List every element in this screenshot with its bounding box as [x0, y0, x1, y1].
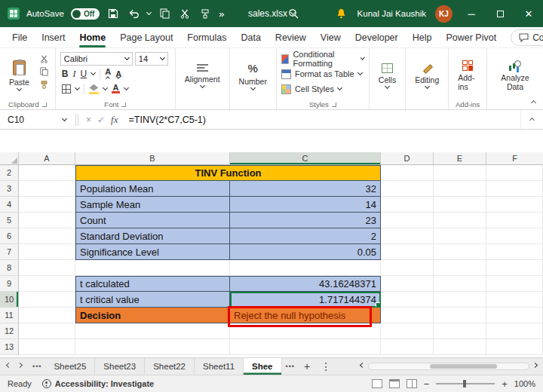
tab-file[interactable]: File	[12, 27, 27, 48]
increase-font-icon[interactable]: A	[105, 68, 111, 80]
cell-D7[interactable]	[381, 244, 434, 260]
cell-E7[interactable]	[434, 244, 486, 260]
undo-icon[interactable]	[127, 8, 140, 20]
tab-developer[interactable]: Developer	[355, 27, 398, 48]
column-header-c[interactable]: C	[230, 152, 381, 165]
row-header-2[interactable]: 2	[0, 165, 19, 181]
cell-D10[interactable]	[381, 292, 434, 308]
format-as-table-button[interactable]: Format as Table	[281, 67, 364, 81]
cell-B8[interactable]	[75, 260, 230, 276]
cell-B6[interactable]: Standard Deviation	[75, 228, 230, 244]
expand-formula-bar-icon[interactable]	[529, 118, 535, 123]
cell-F10[interactable]	[486, 292, 543, 308]
borders-icon[interactable]	[62, 84, 71, 93]
page-layout-view-icon[interactable]	[389, 379, 400, 388]
scrollbar-thumb[interactable]	[430, 364, 497, 369]
cell-B11[interactable]: Decision	[75, 308, 230, 323]
cell-A7[interactable]	[19, 244, 75, 260]
cell-A4[interactable]	[19, 197, 75, 213]
cell-D12[interactable]	[381, 323, 434, 339]
cell-D13[interactable]	[381, 339, 434, 355]
maximize-button[interactable]	[490, 4, 510, 23]
tab-insert[interactable]: Insert	[41, 27, 65, 48]
cell-F12[interactable]	[486, 323, 543, 339]
row-header-13[interactable]: 13	[0, 339, 19, 355]
zoom-level[interactable]: 100%	[514, 379, 535, 388]
notification-bell-icon[interactable]	[335, 8, 348, 20]
cell-E2[interactable]	[434, 165, 486, 181]
row-header-12[interactable]: 12	[0, 323, 19, 339]
sheet-tab-active[interactable]: Shee	[244, 358, 282, 375]
italic-button[interactable]: I	[73, 69, 76, 80]
font-size-combo[interactable]: 14	[135, 52, 168, 66]
next-sheet-icon[interactable]	[17, 363, 23, 368]
cut-button[interactable]	[38, 54, 51, 64]
cell-E12[interactable]	[434, 323, 486, 339]
conditional-formatting-button[interactable]: Conditional Formatting	[281, 52, 364, 66]
editing-button[interactable]: Editing	[410, 52, 443, 99]
cell-F2[interactable]	[486, 165, 543, 181]
scrollbar-track[interactable]	[368, 363, 529, 370]
cell-D6[interactable]	[381, 228, 434, 244]
analyze-data-button[interactable]: Analyze Data	[492, 52, 538, 99]
alignment-button[interactable]: Alignment	[180, 52, 225, 99]
cell-A6[interactable]	[19, 228, 75, 244]
font-color-button[interactable]: A	[112, 84, 120, 93]
scroll-right-icon[interactable]	[532, 363, 538, 368]
fill-color-dropdown-icon[interactable]	[103, 85, 108, 90]
cell-B10[interactable]: t critical value	[75, 292, 230, 308]
cell-B5[interactable]: Count	[75, 213, 230, 228]
horizontal-scrollbar[interactable]	[354, 358, 543, 375]
clipboard-dialog-launcher-icon[interactable]	[42, 103, 47, 107]
autosave-toggle[interactable]: Off	[71, 8, 100, 20]
cell-B4[interactable]: Sample Mean	[75, 197, 230, 213]
cell-A10[interactable]	[19, 292, 75, 308]
cell-C7[interactable]: 0.05	[230, 244, 381, 260]
scroll-left-icon[interactable]	[360, 363, 365, 368]
cell-E13[interactable]	[434, 339, 486, 355]
copy-icon[interactable]	[158, 8, 171, 20]
column-header-f[interactable]: F	[486, 152, 543, 165]
format-painter-button[interactable]	[38, 79, 51, 90]
prev-sheet-icon[interactable]	[6, 363, 11, 368]
underline-dropdown-icon[interactable]	[90, 70, 96, 75]
minimize-button[interactable]: ─	[462, 4, 481, 23]
excel-app-icon[interactable]	[8, 8, 20, 20]
cell-F4[interactable]	[486, 197, 543, 213]
close-button[interactable]: ✕	[519, 4, 538, 23]
tab-data[interactable]: Data	[241, 27, 260, 48]
cell-F9[interactable]	[486, 276, 543, 292]
column-header-d[interactable]: D	[381, 152, 434, 165]
cell-styles-button[interactable]: Cell Styles	[281, 82, 364, 96]
row-header-7[interactable]: 7	[0, 244, 19, 260]
cell-C8[interactable]	[230, 260, 381, 276]
sheet-tab-sheet22[interactable]: Sheet22	[145, 358, 195, 375]
filename-dropdown-icon[interactable]	[290, 10, 296, 15]
cell-A9[interactable]	[19, 276, 75, 292]
cell-E5[interactable]	[434, 213, 486, 228]
row-header-4[interactable]: 4	[0, 197, 19, 213]
cell-E8[interactable]	[434, 260, 486, 276]
document-title[interactable]: sales.xlsx	[248, 8, 287, 19]
row-header-8[interactable]: 8	[0, 260, 19, 276]
row-header-3[interactable]: 3	[0, 181, 19, 197]
cell-A3[interactable]	[19, 181, 75, 197]
underline-button[interactable]: U	[81, 69, 87, 79]
cell-B7[interactable]: Significance Level	[75, 244, 230, 260]
zoom-slider-thumb[interactable]	[463, 380, 466, 387]
cell-A5[interactable]	[19, 213, 75, 228]
sheet-tab-sheet25[interactable]: Sheet25	[45, 358, 95, 375]
user-avatar[interactable]: KJ	[435, 5, 452, 23]
formula-input[interactable]: =TINV(2*C7,C5-1)	[122, 115, 520, 125]
cell-A12[interactable]	[19, 323, 75, 339]
zoom-in-icon[interactable]: +	[502, 378, 508, 390]
row-header-10[interactable]: 10	[0, 292, 19, 308]
insert-function-icon[interactable]: fx	[111, 114, 118, 126]
cell-B9[interactable]: t calculated	[75, 276, 230, 292]
column-header-b[interactable]: B	[75, 152, 230, 165]
column-header-e[interactable]: E	[434, 152, 486, 165]
decrease-font-icon[interactable]: A	[115, 70, 121, 78]
number-button[interactable]: % Number	[235, 52, 272, 99]
cell-B12[interactable]	[75, 323, 230, 339]
cell-F13[interactable]	[486, 339, 543, 355]
